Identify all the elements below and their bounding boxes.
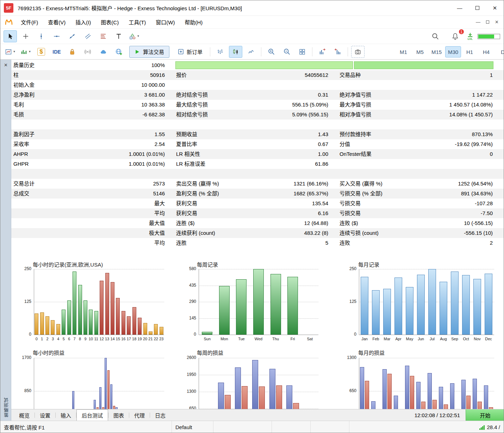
tab[interactable]: 代理 (129, 409, 150, 421)
timeframe-button[interactable]: M5 (412, 46, 428, 57)
toolbar-standard: ▼ ▼ $ IDE 算法交易 新订单 M1M5M15M30H1H4D (0, 44, 504, 60)
stat-label: LR 相关性 (176, 149, 200, 159)
line-chart-type-button[interactable] (244, 46, 258, 58)
menu-item[interactable]: 工具(T) (124, 16, 151, 28)
timeframe-button[interactable]: M15 (429, 46, 444, 57)
stat-label: 亏损交易 (340, 208, 361, 218)
cursor-tool-button[interactable] (4, 30, 17, 42)
cloud-button[interactable] (97, 46, 110, 58)
timeframe-button[interactable]: H1 (462, 46, 478, 57)
menu-item[interactable]: 图表(C) (96, 16, 124, 28)
y-axis-line (359, 358, 359, 409)
timeframe-group: M1M5M15M30H1H4D (396, 46, 504, 57)
stat-value: 1.43 (318, 129, 328, 139)
gridline (359, 358, 494, 358)
chart-bar (462, 275, 470, 335)
menu-item[interactable]: 窗口(W) (151, 16, 180, 28)
menu-item[interactable]: 文件(F) (16, 16, 43, 28)
lvl-indicator[interactable]: LVL (467, 32, 473, 41)
zoom-in-button[interactable] (265, 46, 278, 58)
y-tick-label: 145 (179, 316, 196, 321)
tab[interactable]: 输入 (56, 409, 76, 421)
tab[interactable]: 设置 (35, 409, 55, 421)
y-tick-label: 0 (179, 332, 196, 337)
chart-hourly-records: 每小时的记录(亚洲,欧洲,USA)25012500123456789101112… (14, 260, 167, 347)
x-tick-label: Sun (199, 337, 216, 341)
stat-label: 交易总计 (13, 179, 35, 189)
trendline-tool-button[interactable] (66, 30, 79, 42)
fibonacci-tool-button[interactable] (97, 30, 110, 42)
algo-trading-button[interactable]: 算法交易 (129, 46, 169, 58)
stats-row: 最大获利交易135.54亏损交易-107.28 (11, 199, 504, 208)
stat-label: 获利交易 (176, 199, 197, 208)
x-tick-label: 23 (159, 337, 164, 341)
ide-button[interactable]: IDE (50, 46, 63, 58)
search-button[interactable] (429, 30, 442, 42)
chart-bar (67, 300, 71, 335)
screenshot-button[interactable] (351, 46, 365, 58)
chart-shift-button[interactable] (316, 46, 329, 58)
signal-button[interactable] (81, 46, 94, 58)
chart-bar (259, 386, 265, 409)
stat-value: 最大 (154, 199, 165, 208)
stat-label: 质量历史 (13, 60, 35, 70)
notifications-button[interactable]: 1 (448, 30, 462, 42)
tile-windows-button[interactable] (295, 46, 309, 58)
chart-bar (154, 324, 158, 335)
menu-item[interactable]: 帮助(H) (180, 16, 207, 28)
minimize-button[interactable]: — (451, 0, 468, 16)
stat-value: 1.00 (318, 149, 328, 159)
mdi-restore-button[interactable] (486, 20, 489, 24)
tester-close-button[interactable]: ✕ (0, 62, 11, 68)
chart-profiles-button[interactable]: ▼ (19, 46, 32, 58)
mdi-close-button[interactable]: ✕ (495, 19, 499, 25)
timeframe-button[interactable]: H4 (478, 46, 494, 57)
menu-item[interactable]: 插入(I) (70, 16, 96, 28)
mdi-minimize-button[interactable]: — (476, 19, 480, 25)
auto-scroll-button[interactable] (331, 46, 344, 58)
mdi-window-controls: — ✕ (476, 19, 504, 25)
chart-bar (143, 323, 147, 335)
y-tick-label: 435 (179, 283, 196, 288)
stats-row: 采收率2.54夏普比率0.67分值-19.62 (99.74%) (11, 139, 504, 149)
statusbar-profile[interactable]: Default (172, 421, 213, 433)
timeframe-button[interactable]: D (495, 46, 504, 57)
stat-value: 平均 (154, 238, 165, 248)
statusbar-cell (272, 421, 311, 433)
tab[interactable]: 图表 (108, 409, 129, 421)
new-order-button[interactable]: 新订单 (174, 46, 206, 58)
menu-item[interactable]: 查看(V) (43, 16, 70, 28)
close-button[interactable]: ✕ (486, 0, 504, 16)
chart-bar (466, 396, 471, 409)
x-tick-label: 10 (88, 337, 93, 341)
chart-bar (235, 367, 241, 409)
zoom-out-button[interactable] (280, 46, 293, 58)
stats-row: 最大值连胜 ($)12 (64.88)连败 ($)10 (-556.15) (11, 218, 504, 228)
tab[interactable]: 概览 (14, 409, 35, 421)
vertical-line-tool-button[interactable] (35, 30, 48, 42)
lock-button[interactable] (66, 46, 79, 58)
tab[interactable]: 日志 (150, 409, 170, 421)
chart-bar (433, 400, 437, 409)
text-tool-button[interactable] (112, 30, 125, 42)
chart-bar (94, 311, 98, 335)
stats-row: 交易总计2573卖出交易 (赢得 %)1321 (66.16%)买入交易 (赢得… (11, 179, 504, 189)
chart-bar (236, 279, 247, 335)
maximize-button[interactable] (468, 0, 486, 16)
y-tick-label: 2600 (179, 355, 196, 360)
timeframe-button[interactable]: M1 (396, 46, 411, 57)
chart-bar (107, 370, 110, 409)
community-button[interactable] (112, 46, 125, 58)
new-chart-button[interactable]: ▼ (4, 46, 17, 58)
market-watch-button[interactable]: $ (35, 46, 48, 58)
bar-chart-type-button[interactable] (213, 46, 227, 58)
crosshair-tool-button[interactable] (19, 30, 32, 42)
candlestick-type-button[interactable] (229, 46, 242, 58)
shapes-tool-button[interactable]: ▼ (127, 30, 141, 42)
chart-bar (83, 300, 87, 335)
timeframe-button[interactable]: M30 (445, 46, 461, 57)
channel-tool-button[interactable] (81, 30, 94, 42)
horizontal-line-tool-button[interactable] (50, 30, 63, 42)
tab[interactable]: 后台测试 (76, 409, 108, 421)
start-button[interactable]: 开始 (466, 409, 504, 421)
